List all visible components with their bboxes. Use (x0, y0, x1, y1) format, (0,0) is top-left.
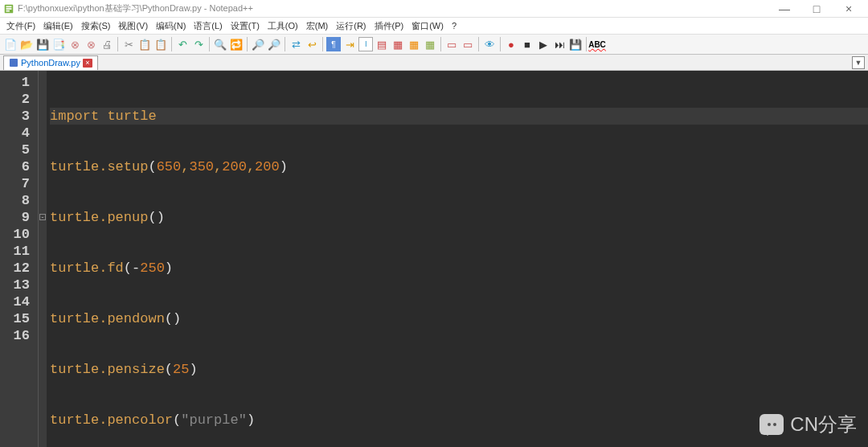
sync-icon[interactable]: ⇄ (289, 37, 303, 51)
line-number: 16 (0, 327, 30, 344)
close-file-icon[interactable]: ⊗ (68, 37, 82, 51)
menu-help[interactable]: ? (448, 19, 460, 32)
menu-search[interactable]: 搜索(S) (78, 18, 114, 34)
maximize-button[interactable]: □ (800, 1, 833, 17)
play-icon[interactable]: ▶ (536, 37, 551, 51)
language-icon[interactable]: Ⅰ (358, 37, 373, 51)
code-area[interactable]: import turtle turtle.setup(650,350,200,2… (47, 71, 868, 447)
menu-run[interactable]: 运行(R) (333, 18, 369, 34)
undo-icon[interactable]: ↶ (175, 37, 190, 51)
copy-icon[interactable]: 📋 (137, 37, 152, 51)
toolbar-separator (209, 37, 210, 51)
code-line: turtle.fd(-250) (50, 260, 868, 277)
menu-tools[interactable]: 工具(O) (264, 18, 301, 34)
menu-encoding[interactable]: 编码(N) (153, 18, 189, 34)
doc-icon[interactable]: ▭ (461, 37, 475, 51)
toolbar-separator (440, 37, 441, 51)
file-icon (9, 58, 18, 68)
zoomin-icon[interactable]: 🔎 (251, 37, 265, 51)
wrap-icon[interactable]: ↩ (305, 37, 319, 51)
minimize-button[interactable]: — (768, 1, 800, 17)
line-number: 13 (0, 277, 30, 293)
toolbar-separator (500, 37, 501, 51)
svg-rect-2 (6, 8, 12, 10)
tab-close-icon[interactable]: × (83, 59, 92, 68)
titlebar: F:\pythonxuexi\python基础学习\PythonDraw.py … (0, 0, 868, 18)
tabbar: PythonDraw.py × ▼ (0, 55, 868, 71)
tab-overflow-icon[interactable]: ▼ (852, 56, 865, 69)
file-tab[interactable]: PythonDraw.py × (3, 55, 98, 70)
stop-icon[interactable]: ■ (520, 37, 534, 51)
watermark-text: CN分享 (790, 412, 857, 437)
menu-macro[interactable]: 宏(M) (303, 18, 332, 34)
paste-icon[interactable]: 📋 (154, 37, 168, 51)
find-icon[interactable]: 🔍 (213, 37, 227, 51)
fold-column: - (39, 71, 47, 447)
save-icon[interactable]: 💾 (35, 37, 50, 51)
line-number: 7 (0, 175, 30, 192)
line-number: 11 (0, 243, 30, 260)
app-icon (3, 3, 14, 14)
line-number: 6 (0, 158, 30, 175)
watermark: CN分享 (760, 412, 857, 437)
menu-file[interactable]: 文件(F) (3, 18, 39, 34)
code-editor[interactable]: 1 2 3 4 5 6 7 8 9 10 11 12 13 14 15 16 -… (0, 71, 868, 447)
fold-toggle-icon[interactable]: - (39, 214, 46, 220)
monitor-icon[interactable]: 👁 (482, 37, 497, 51)
line-number: 12 (0, 260, 30, 277)
line-number: 1 (0, 74, 30, 91)
menu-settings[interactable]: 设置(T) (227, 18, 263, 34)
line-number: 15 (0, 310, 30, 327)
line-number: 9 (0, 209, 30, 226)
toolbar-separator (117, 37, 118, 51)
open-file-icon[interactable]: 📂 (19, 37, 34, 51)
redo-icon[interactable]: ↷ (191, 37, 206, 51)
record-icon[interactable]: ● (504, 37, 518, 51)
line-number: 10 (0, 226, 30, 243)
code-line: turtle.pendown() (50, 310, 868, 327)
playmulti-icon[interactable]: ⏭ (552, 37, 567, 51)
line-number: 3 (0, 108, 30, 125)
indent-icon[interactable]: ⇥ (342, 37, 357, 51)
menu-plugins[interactable]: 插件(P) (371, 18, 407, 34)
code-line: turtle.pencolor("purple") (50, 412, 868, 429)
menubar: 文件(F) 编辑(E) 搜索(S) 视图(V) 编码(N) 语言(L) 设置(T… (0, 18, 868, 34)
window-title: F:\pythonxuexi\python基础学习\PythonDraw.py … (18, 2, 768, 14)
hidden-icon[interactable]: ▦ (423, 37, 437, 51)
code-line: turtle.pensize(25) (50, 361, 868, 378)
wechat-icon (760, 414, 784, 435)
doc-icon[interactable]: ▭ (444, 37, 459, 51)
allchars-icon[interactable]: ¶ (326, 37, 341, 51)
unfoldall-icon[interactable]: ▦ (391, 37, 405, 51)
menu-edit[interactable]: 编辑(E) (40, 18, 76, 34)
replace-icon[interactable]: 🔁 (229, 37, 244, 51)
spellcheck-icon[interactable]: ABC (590, 37, 604, 51)
print-icon[interactable]: 🖨 (100, 37, 114, 51)
comment-icon[interactable]: ▦ (407, 37, 421, 51)
zoomout-icon[interactable]: 🔎 (267, 37, 281, 51)
svg-rect-4 (10, 59, 18, 67)
cut-icon[interactable]: ✂ (121, 37, 136, 51)
toolbar-separator (285, 37, 285, 51)
menu-language[interactable]: 语言(L) (190, 18, 225, 34)
tab-filename: PythonDraw.py (21, 58, 80, 68)
toolbar-separator (478, 37, 479, 51)
toolbar-separator (322, 37, 323, 51)
toolbar-separator (171, 37, 172, 51)
close-button[interactable]: × (833, 1, 865, 17)
closeall-icon[interactable]: ⊗ (84, 37, 98, 51)
new-file-icon[interactable]: 📄 (3, 37, 18, 51)
code-line: turtle.penup() (50, 209, 868, 226)
line-number: 14 (0, 293, 30, 310)
toolbar-separator (586, 37, 587, 51)
svg-rect-3 (6, 10, 10, 11)
toolbar-separator (247, 37, 248, 51)
savemacro-icon[interactable]: 💾 (568, 37, 583, 51)
menu-view[interactable]: 视图(V) (115, 18, 151, 34)
code-line: import turtle (50, 108, 868, 125)
line-number-gutter: 1 2 3 4 5 6 7 8 9 10 11 12 13 14 15 16 (0, 71, 39, 447)
foldall-icon[interactable]: ▤ (375, 37, 389, 51)
saveall-icon[interactable]: 📑 (51, 37, 66, 51)
menu-window[interactable]: 窗口(W) (408, 18, 447, 34)
window-controls: — □ × (768, 1, 865, 17)
